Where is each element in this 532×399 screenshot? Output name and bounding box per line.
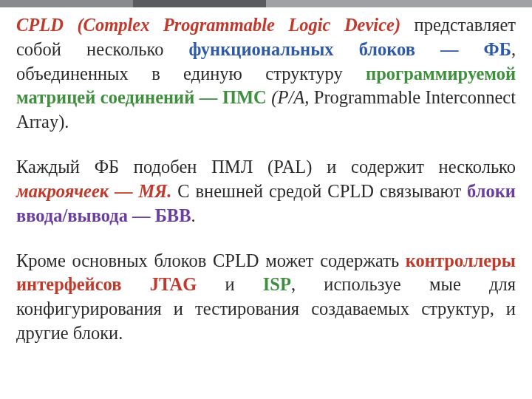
- term-isp: ISP: [263, 274, 291, 294]
- text-italic: (P/A,: [267, 87, 310, 107]
- text: Кроме основных блоков CPLD может содержа…: [16, 250, 406, 270]
- text: .: [191, 205, 196, 225]
- text: и: [197, 274, 263, 294]
- text: Каждый ФБ подобен ПМЛ (PAL) и содержит н…: [16, 157, 516, 177]
- paragraph-fb-macro: Каждый ФБ подобен ПМЛ (PAL) и содержит н…: [16, 155, 516, 228]
- text: С внешней средой CPLD связывают: [171, 181, 467, 201]
- topbar-segment: [266, 0, 532, 7]
- slide-body: CPLD (Complex Programmable Logic Device)…: [16, 13, 516, 346]
- slide: CPLD (Complex Programmable Logic Device)…: [0, 0, 532, 399]
- decorative-top-bar: [0, 0, 532, 7]
- paragraph-interfaces: Кроме основных блоков CPLD может содержа…: [16, 249, 516, 346]
- topbar-segment: [0, 0, 133, 7]
- term-cpld: CPLD (Complex Programmable Logic Device): [16, 15, 400, 35]
- term-functional-blocks: функциональных блоков — ФБ: [188, 39, 511, 59]
- term-macrocells: макроячеек — МЯ.: [16, 181, 171, 201]
- paragraph-cpld-intro: CPLD (Complex Programmable Logic Device)…: [16, 13, 516, 134]
- topbar-segment: [133, 0, 266, 7]
